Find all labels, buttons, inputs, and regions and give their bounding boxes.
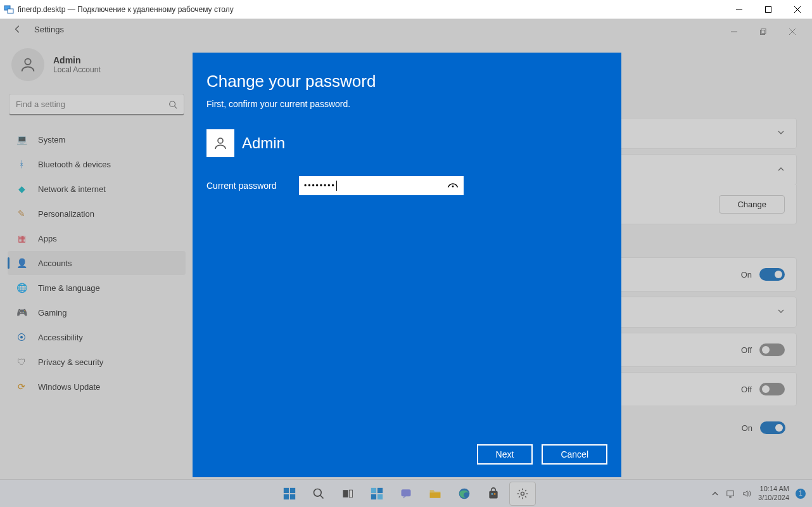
tray-time: 10:14 AM xyxy=(758,485,789,493)
toggle-switch[interactable] xyxy=(759,268,785,281)
sidebar-item-label: Accessibility xyxy=(38,333,83,342)
reveal-password-icon[interactable] xyxy=(447,180,459,191)
toggle-switch[interactable] xyxy=(759,383,785,395)
sidebar-item-personalization[interactable]: ✎Personalization xyxy=(8,202,186,226)
svg-point-32 xyxy=(521,492,524,495)
cancel-button[interactable]: Cancel xyxy=(542,444,607,465)
toggle-state-label: Off xyxy=(741,345,752,355)
sidebar-item-network-internet[interactable]: ◆Network & internet xyxy=(8,177,186,201)
start-button[interactable] xyxy=(276,482,303,506)
svg-rect-1 xyxy=(8,9,13,13)
chevron-down-icon xyxy=(777,129,785,138)
change-button[interactable]: Change xyxy=(719,195,785,214)
sidebar-item-gaming[interactable]: 🎮Gaming xyxy=(8,300,186,324)
user-account-type: Local Account xyxy=(53,65,101,74)
sidebar-item-label: Apps xyxy=(38,234,57,243)
dialog-username: Admin xyxy=(242,134,285,152)
nav-icon: 💻 xyxy=(15,133,28,146)
search-input[interactable] xyxy=(10,99,162,109)
next-button[interactable]: Next xyxy=(477,444,533,465)
svg-rect-14 xyxy=(284,487,289,492)
svg-point-18 xyxy=(314,489,322,496)
sidebar-item-label: Windows Update xyxy=(38,382,100,392)
inner-minimize-button[interactable] xyxy=(720,19,749,44)
search-icon xyxy=(162,100,184,109)
inner-close-button[interactable] xyxy=(778,19,807,44)
nav-icon: ✎ xyxy=(15,207,28,220)
toggle-switch[interactable] xyxy=(760,421,785,434)
file-explorer-icon[interactable] xyxy=(422,482,448,506)
svg-point-11 xyxy=(25,59,30,65)
toggle-state-label: Off xyxy=(741,385,752,394)
chevron-down-icon xyxy=(777,307,785,317)
nav-icon: 🛡 xyxy=(15,356,28,368)
svg-rect-21 xyxy=(350,490,353,497)
svg-rect-20 xyxy=(343,490,348,497)
store-icon[interactable] xyxy=(480,482,507,506)
taskbar: 10:14 AM 3/10/2024 1 xyxy=(0,479,812,507)
network-icon[interactable] xyxy=(725,489,735,498)
svg-rect-3 xyxy=(766,6,771,12)
rdp-app-icon xyxy=(4,4,14,15)
sidebar-item-apps[interactable]: ▦Apps xyxy=(8,226,186,250)
svg-line-13 xyxy=(175,106,177,108)
sidebar-item-accessibility[interactable]: ⦿Accessibility xyxy=(8,325,186,349)
notification-badge[interactable]: 1 xyxy=(796,489,806,499)
sidebar-item-label: System xyxy=(38,135,65,144)
rdp-titlebar: finerdp.desktp — Подключение к удаленном… xyxy=(0,0,812,19)
nav-icon: ᚼ xyxy=(15,158,28,170)
settings-app-icon[interactable] xyxy=(509,482,536,506)
settings-title: Settings xyxy=(34,25,64,34)
tray-date: 3/10/2024 xyxy=(758,494,789,502)
volume-icon[interactable] xyxy=(742,489,752,498)
tray-clock[interactable]: 10:14 AM 3/10/2024 xyxy=(758,485,789,501)
password-masked-value: •••••••• xyxy=(304,181,336,190)
taskbar-search-icon[interactable] xyxy=(305,482,332,506)
chat-icon[interactable] xyxy=(393,482,419,506)
nav-icon: 🌐 xyxy=(15,281,28,294)
settings-sidebar: Admin Local Account 💻SystemᚼBluetooth & … xyxy=(0,38,193,506)
svg-line-19 xyxy=(320,495,324,498)
sidebar-item-bluetooth-devices[interactable]: ᚼBluetooth & devices xyxy=(8,152,186,176)
sidebar-item-windows-update[interactable]: ⟳Windows Update xyxy=(8,375,186,399)
sidebar-item-accounts[interactable]: 👤Accounts xyxy=(8,251,186,275)
svg-point-35 xyxy=(218,138,223,143)
sidebar-item-time-language[interactable]: 🌐Time & language xyxy=(8,276,186,300)
edge-icon[interactable] xyxy=(451,482,478,506)
svg-point-36 xyxy=(452,186,454,188)
outer-maximize-button[interactable] xyxy=(754,0,783,18)
sidebar-item-label: Time & language xyxy=(38,283,100,293)
inner-restore-button[interactable] xyxy=(749,19,778,44)
svg-rect-33 xyxy=(727,491,734,496)
sidebar-item-label: Bluetooth & devices xyxy=(38,160,111,169)
task-view-icon[interactable] xyxy=(334,482,361,506)
widgets-icon[interactable] xyxy=(364,482,390,506)
sidebar-item-privacy-security[interactable]: 🛡Privacy & security xyxy=(8,350,186,374)
outer-minimize-button[interactable] xyxy=(725,0,754,18)
svg-rect-24 xyxy=(371,494,376,499)
outer-close-button[interactable] xyxy=(783,0,812,18)
toggle-switch[interactable] xyxy=(759,343,785,356)
svg-rect-27 xyxy=(430,492,441,497)
svg-rect-15 xyxy=(290,487,295,492)
toggle-state-label: On xyxy=(741,270,752,279)
dialog-title: Change your password xyxy=(206,72,607,91)
sidebar-item-label: Privacy & security xyxy=(38,357,103,367)
sidebar-item-system[interactable]: 💻System xyxy=(8,127,186,151)
sidebar-item-label: Accounts xyxy=(38,259,72,268)
current-password-input[interactable]: •••••••• xyxy=(299,176,464,195)
user-name: Admin xyxy=(53,55,101,65)
sidebar-item-label: Network & internet xyxy=(38,184,106,194)
change-password-dialog: Change your password First, confirm your… xyxy=(193,53,621,477)
back-button[interactable] xyxy=(11,23,24,35)
search-input-container[interactable] xyxy=(9,94,184,115)
nav-icon: ⦿ xyxy=(15,331,28,343)
tray-chevron-up-icon[interactable] xyxy=(711,490,719,497)
svg-rect-16 xyxy=(284,494,289,499)
chevron-up-icon xyxy=(777,165,785,175)
user-block[interactable]: Admin Local Account xyxy=(4,38,189,94)
sidebar-item-label: Personalization xyxy=(38,209,94,219)
user-avatar-icon xyxy=(11,48,44,81)
nav-icon: ▦ xyxy=(15,232,28,245)
svg-rect-26 xyxy=(402,489,411,496)
